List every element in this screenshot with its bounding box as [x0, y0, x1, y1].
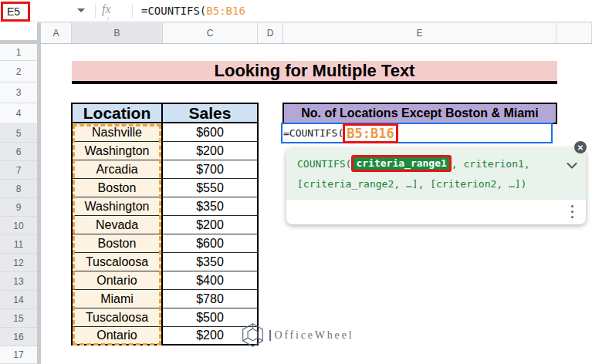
- officewheel-watermark: OfficeWheel: [240, 322, 354, 348]
- fx-icon: fx: [102, 2, 123, 16]
- row-header-8[interactable]: 8: [0, 180, 37, 198]
- row-header-9[interactable]: 9: [0, 198, 37, 217]
- header-cell-sales[interactable]: Sales: [163, 104, 257, 123]
- column-headers: A B C D E: [41, 22, 592, 44]
- cell-location[interactable]: Boston: [73, 179, 163, 197]
- cell-editor[interactable]: =COUNTIFS(B5:B16: [281, 123, 553, 143]
- cell-location[interactable]: Ontario: [73, 271, 163, 290]
- row-header-13[interactable]: 13: [0, 272, 37, 291]
- cell-sales[interactable]: $600: [163, 234, 257, 253]
- name-box-value: E5: [7, 5, 20, 18]
- spreadsheet-app: E5 fx =COUNTIFS(B5:B16 A B C D E 1 2 3 4…: [0, 0, 592, 364]
- cell-location[interactable]: Arcadia: [73, 160, 163, 179]
- table-row: Nevada $200: [73, 216, 257, 234]
- row-header-divider: [37, 22, 41, 364]
- cell-location[interactable]: Boston: [73, 234, 163, 253]
- cell-location[interactable]: Nashville: [73, 123, 163, 142]
- table-row: Washington $200: [73, 142, 257, 160]
- table-row: Miami $780: [73, 290, 257, 308]
- table-row: Arcadia $700: [73, 160, 257, 179]
- data-table: Location Sales Nashville $600 Washington…: [71, 103, 259, 345]
- row-header-1[interactable]: 1: [0, 44, 37, 61]
- formula-help-tooltip: COUNTIFS(criteria_range1, criterion1, [c…: [286, 148, 586, 224]
- row-header-4[interactable]: 4: [0, 103, 37, 124]
- cell-sales[interactable]: $600: [163, 123, 257, 142]
- row-header-7[interactable]: 7: [0, 161, 37, 180]
- cell-location[interactable]: Ontario: [73, 327, 163, 344]
- cell-location[interactable]: Tuscaloosa: [73, 253, 163, 271]
- table-row: Washington $350: [73, 197, 257, 216]
- table-row: Tuscaloosa $500: [73, 308, 257, 327]
- table-row: Boston $550: [73, 179, 257, 197]
- title-cell[interactable]: Looking for Multiple Text: [72, 61, 557, 84]
- select-all-corner[interactable]: [0, 22, 37, 40]
- column-header-a[interactable]: A: [41, 23, 72, 43]
- watermark-divider: [269, 330, 271, 341]
- divider: [132, 4, 133, 18]
- cell-location[interactable]: Washington: [73, 197, 163, 216]
- cell-sales[interactable]: $700: [163, 160, 257, 179]
- column-header-e[interactable]: E: [283, 23, 556, 43]
- name-box[interactable]: E5: [1, 2, 30, 22]
- column-header-d[interactable]: D: [258, 23, 283, 43]
- cell-sales[interactable]: $200: [163, 216, 257, 234]
- row-header-6[interactable]: 6: [0, 143, 37, 161]
- cell-sales[interactable]: $200: [163, 142, 257, 160]
- divider: [95, 4, 96, 18]
- row-header-14[interactable]: 14: [0, 291, 37, 309]
- close-icon[interactable]: ✕: [574, 141, 587, 153]
- row-header-11[interactable]: 11: [0, 235, 37, 254]
- cell-location[interactable]: Tuscaloosa: [73, 308, 163, 327]
- cell-location[interactable]: Washington: [73, 142, 163, 160]
- row-header-17[interactable]: 17: [0, 346, 37, 364]
- cell-sales[interactable]: $350: [163, 197, 257, 216]
- cell-sales[interactable]: $400: [163, 271, 257, 290]
- row-header-5[interactable]: 5: [0, 124, 37, 143]
- column-header-b[interactable]: B: [72, 23, 163, 43]
- table-row: Tuscaloosa $350: [73, 253, 257, 271]
- row-header-3[interactable]: 3: [0, 83, 37, 103]
- formula-input[interactable]: =COUNTIFS(B5:B16: [141, 5, 245, 17]
- column-header-c[interactable]: C: [163, 23, 258, 43]
- formula-bar: [0, 0, 592, 22]
- formula-range-ref: B5:B16: [206, 5, 245, 17]
- chevron-down-icon[interactable]: [567, 163, 577, 169]
- cell-location[interactable]: Miami: [73, 290, 163, 308]
- name-box-dropdown-icon[interactable]: [77, 8, 85, 12]
- cell-sales[interactable]: $550: [163, 179, 257, 197]
- active-argument-chip: criteria_range1: [351, 155, 451, 172]
- cell-sales[interactable]: $780: [163, 290, 257, 308]
- table-row: Boston $600: [73, 234, 257, 253]
- column-header-f[interactable]: [556, 23, 592, 43]
- table-row: Ontario $200: [73, 327, 257, 344]
- officewheel-logo-icon: [240, 322, 266, 348]
- row-header-10[interactable]: 10: [0, 217, 37, 235]
- more-options-icon[interactable]: [571, 205, 573, 218]
- row-header-16[interactable]: 16: [0, 328, 37, 346]
- row-header-12[interactable]: 12: [0, 254, 37, 272]
- tooltip-footer: [286, 200, 586, 224]
- cell-sales[interactable]: $350: [163, 253, 257, 271]
- cell-location[interactable]: Nevada: [73, 216, 163, 234]
- range-annotation-box: B5:B16: [343, 123, 397, 143]
- table-row: Ontario $400: [73, 271, 257, 290]
- row-header-2[interactable]: 2: [0, 61, 37, 83]
- header-cell-location[interactable]: Location: [73, 104, 163, 123]
- result-header-cell[interactable]: No. of Locations Except Boston & Miami: [282, 103, 557, 124]
- formula-signature: COUNTIFS(criteria_range1, criterion1, [c…: [286, 148, 586, 200]
- row-header-15[interactable]: 15: [0, 309, 37, 328]
- table-row: Nashville $600: [73, 123, 257, 142]
